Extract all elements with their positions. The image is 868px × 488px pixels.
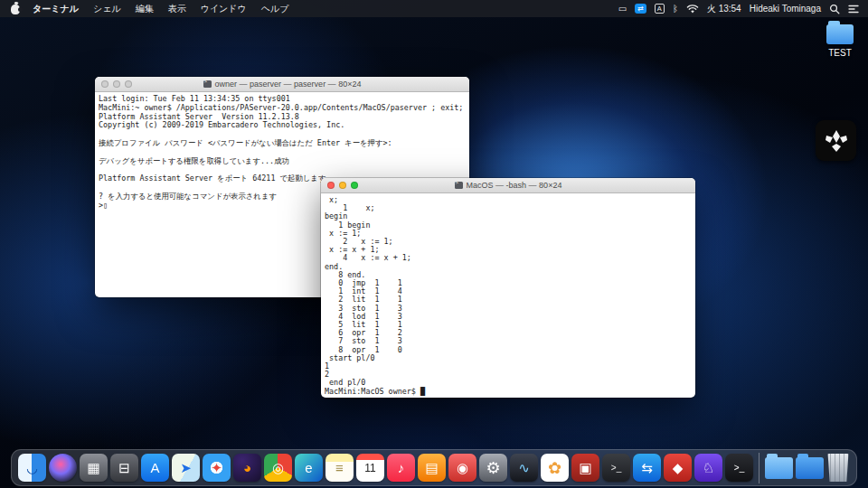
menubar-menu-2[interactable]: 編集 [128,0,161,17]
terminal-glyph: >_ [611,463,621,473]
firefox-glyph: ◕ [243,460,251,475]
dock: ◡▦⊟A➤✦◕◎e≡11♪▤◉⚙∿✿▣>_⇆◆♘>_ [11,449,857,486]
menubar-menu-4[interactable]: ウインドウ [193,0,254,17]
display-icon[interactable]: ▭ [618,0,627,17]
dock-finder[interactable]: ◡ [18,454,46,482]
dock-folder-downloads[interactable] [796,457,824,479]
dock-maps[interactable]: ➤ [172,454,200,482]
dock-safari[interactable]: ✦ [203,454,231,482]
menubar-status-area: ▭⇄Aᛒ 火 13:54 Hideaki Tominaga [618,0,859,17]
dock-rad-server[interactable]: ▣ [571,454,599,482]
dock-notes[interactable]: ≡ [326,454,354,482]
iterm-glyph: >_ [734,463,744,473]
minimize-button[interactable] [113,80,120,88]
terminal-proxy-icon [455,182,463,189]
dock-divider [759,453,760,483]
teamviewer-status-icon[interactable]: ⇄ [635,4,646,14]
launchpad-glyph: ▦ [87,460,99,476]
input-source-icon[interactable]: A [655,4,665,14]
dock-mission-control[interactable]: ⊟ [110,454,138,482]
user-menu[interactable]: Hideaki Tominaga [750,4,821,14]
dock-siri[interactable] [49,454,77,482]
app-store-glyph: A [150,460,159,475]
dock-iterm[interactable]: >_ [725,454,753,482]
dock-folder-documents[interactable] [765,457,793,479]
paserver-app-shortcut[interactable] [816,120,856,161]
notes-glyph: ≡ [335,460,344,475]
dock-books[interactable]: ▤ [418,454,446,482]
activity-monitor-glyph: ∿ [518,460,530,476]
dock-system-preferences[interactable]: ⚙ [479,454,507,482]
dock-trash[interactable] [826,454,850,482]
system-preferences-glyph: ⚙ [486,458,500,478]
music-glyph: ♪ [398,460,405,475]
menubar-menu-5[interactable]: ヘルプ [254,0,297,17]
maps-glyph: ➤ [180,460,192,476]
status-icon-list: ▭⇄Aᛒ [618,0,699,17]
clock[interactable]: 火 13:54 [707,3,741,15]
window-title-text: owner — paserver — paserver — 80×24 [215,80,362,89]
dock-app-store[interactable]: A [141,454,169,482]
wifi-icon[interactable] [686,4,699,14]
terminal-proxy-icon [203,80,212,88]
spotlight-search-icon[interactable] [829,4,840,14]
photos-glyph: ✿ [548,458,561,478]
close-button[interactable] [327,182,335,189]
delphi-glyph: ◆ [673,460,684,476]
zoom-button[interactable] [351,182,358,189]
menubar-menu-1[interactable]: シェル [86,0,128,17]
bluetooth-icon[interactable]: ᛒ [673,0,678,17]
notification-center-icon[interactable] [848,4,859,14]
titlebar-bash[interactable]: MacOS — -bash — 80×24 [321,178,695,193]
terminal-output-bash[interactable]: x; 1 x; begin 1 begin x := 1; 2 x := 1; … [321,193,695,398]
photo-booth-glyph: ◉ [457,460,468,476]
apple-menu-icon[interactable] [11,5,20,14]
dock-calendar[interactable]: 11 [356,454,384,482]
menu-bar: ターミナルシェル編集表示ウインドウヘルプ ▭⇄Aᛒ 火 13:54 Hideak… [0,0,868,17]
window-title: owner — paserver — paserver — 80×24 [95,77,469,91]
calendar-glyph: 11 [364,462,375,474]
rad-server-glyph: ▣ [579,460,591,476]
paserver-app-icon [816,120,856,161]
dock-edge[interactable]: e [295,454,323,482]
desktop-folder-test[interactable]: TEST [826,24,854,58]
books-glyph: ▤ [425,460,438,476]
terminal-window-bash[interactable]: MacOS — -bash — 80×24 x; 1 x; begin 1 be… [321,178,695,398]
window-title-text: MacOS — -bash — 80×24 [467,181,562,190]
desktop-folder-label: TEST [828,48,852,58]
teamviewer-glyph: ⇆ [641,460,653,476]
dock-photos[interactable]: ✿ [541,454,569,482]
dock-rad-studio[interactable]: ♘ [694,454,722,482]
mission-control-glyph: ⊟ [118,460,130,476]
chrome-glyph: ◎ [272,460,284,476]
dock-delphi[interactable]: ◆ [664,454,692,482]
traffic-lights [321,182,358,189]
menu-list: ターミナルシェル編集表示ウインドウヘルプ [25,0,297,17]
rad-studio-glyph: ♘ [703,460,714,476]
close-button[interactable] [101,80,108,88]
window-title: MacOS — -bash — 80×24 [321,178,695,192]
dock-chrome[interactable]: ◎ [264,454,292,482]
desktop: { "menu_bar": { "app_menus": ["ターミナル", "… [0,0,868,488]
edge-glyph: e [305,460,312,475]
traffic-lights [95,80,132,88]
folder-icon [826,24,854,44]
titlebar-paserver[interactable]: owner — paserver — paserver — 80×24 [95,77,469,92]
dock-music[interactable]: ♪ [387,454,415,482]
dock-terminal[interactable]: >_ [602,454,630,482]
dock-launchpad[interactable]: ▦ [80,454,108,482]
dock-activity-monitor[interactable]: ∿ [510,454,538,482]
minimize-button[interactable] [339,182,346,189]
safari-glyph: ✦ [211,460,222,476]
dock-firefox[interactable]: ◕ [233,454,261,482]
zoom-button[interactable] [125,80,132,88]
dock-photo-booth[interactable]: ◉ [448,454,476,482]
menubar-menu-0[interactable]: ターミナル [25,0,86,17]
menubar-menu-3[interactable]: 表示 [161,0,193,17]
dock-teamviewer[interactable]: ⇆ [633,454,661,482]
finder-glyph: ◡ [26,460,38,476]
